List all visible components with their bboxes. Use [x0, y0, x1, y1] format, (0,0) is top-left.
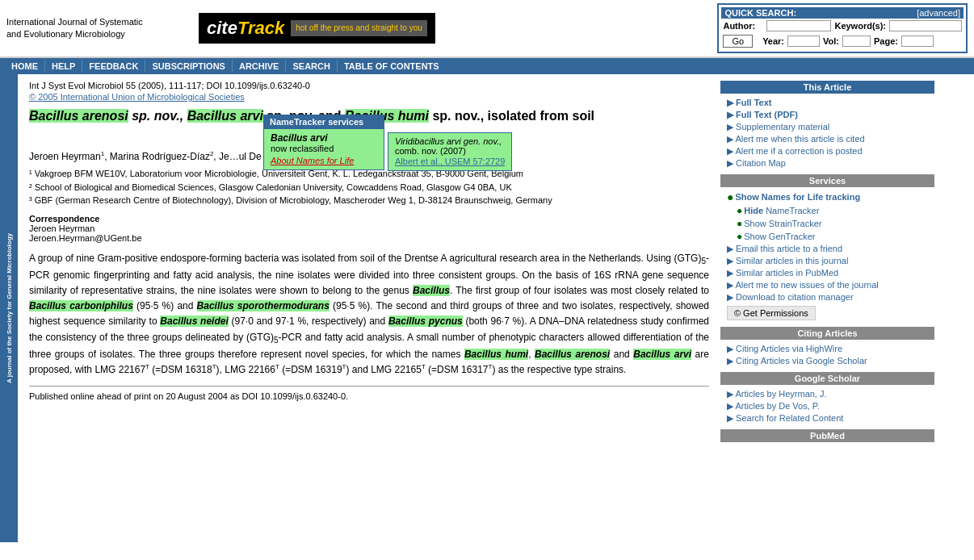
- quick-search-header: QUICK SEARCH: [advanced]: [721, 7, 964, 19]
- email-article-link[interactable]: ▶ Email this article to a friend: [724, 243, 931, 255]
- albert-ref-link[interactable]: Albert et al., USEM 57:2729: [395, 157, 505, 166]
- right-sidebar: This Article ▶ Full Text ▶ Full Text (PD…: [720, 74, 934, 542]
- full-text-pdf-link[interactable]: ▶ Full Text (PDF): [727, 109, 928, 121]
- services-header: Services: [720, 174, 934, 187]
- article-content: Int J Syst Evol Microbiol 55 (2005), 111…: [18, 74, 720, 542]
- similar-journal-link[interactable]: ▶ Similar articles in this journal: [724, 255, 931, 267]
- correspondence: Correspondence Jeroen Heyrman Jeroen.Hey…: [29, 214, 709, 243]
- journal-title: International Journal of Systematic and …: [6, 16, 192, 41]
- search-related-link[interactable]: ▶ Search for Related Content: [727, 412, 928, 424]
- published-note: Published online ahead of print on 20 Au…: [29, 386, 709, 401]
- hide-nametracker-item[interactable]: ● Hide NameTracker: [724, 204, 931, 217]
- google-scholar-header: Google Scholar: [720, 372, 934, 385]
- download-citation-link[interactable]: ▶ Download to citation manager: [724, 291, 931, 303]
- affiliations: ¹ Vakgroep BFM WE10V, Laboratorium voor …: [29, 167, 709, 207]
- citetrack-box: citeTrack hot off the press and straight…: [199, 13, 435, 44]
- citetrack-label: citeTrack: [207, 18, 284, 39]
- similar-pubmed-link[interactable]: ▶ Similar articles in PubMed: [724, 267, 931, 279]
- this-article-links: ▶ Full Text ▶ Full Text (PDF) ▶ Suppleme…: [720, 94, 934, 173]
- year-input[interactable]: [787, 36, 820, 47]
- nametracker-arrow-box: Viridibacillus arvi gen. nov., comb. nov…: [388, 132, 512, 171]
- title-h1: Bacillus arenosi: [29, 109, 128, 123]
- keywords-label: Keyword(s):: [834, 21, 886, 31]
- get-permissions-label: Get Permissions: [743, 308, 808, 318]
- about-names-link[interactable]: About Names for Life: [271, 156, 354, 165]
- quick-search-box: QUICK SEARCH: [advanced] Author: Keyword…: [717, 3, 968, 53]
- go-button[interactable]: Go: [723, 35, 753, 48]
- articles-devos-link[interactable]: ▶ Articles by De Vos, P.: [727, 400, 928, 412]
- nametracker-header: NameTracker services: [263, 115, 384, 129]
- author-label: Author:: [723, 21, 763, 31]
- left-sidebar-text: A journal of the Society for General Mic…: [6, 230, 13, 387]
- pubmed-header: PubMed: [720, 429, 934, 442]
- bullet-green-gen: ●: [737, 231, 742, 242]
- nav-bar: HOME HELP FEEDBACK SUBSCRIPTIONS ARCHIVE…: [0, 58, 974, 74]
- keywords-input[interactable]: [889, 20, 962, 31]
- nav-toc[interactable]: TABLE OF CONTENTS: [338, 60, 446, 73]
- alert-correction-link[interactable]: ▶ Alert me if a correction is posted: [727, 145, 928, 157]
- left-sidebar: A journal of the Society for General Mic…: [0, 74, 18, 542]
- nametracker-reclassified: Bacillus arvi now reclassified About Nam…: [263, 129, 384, 170]
- year-label: Year:: [762, 36, 784, 46]
- article-meta: Int J Syst Evol Microbiol 55 (2005), 111…: [29, 81, 709, 90]
- copyright-icon: ©: [734, 308, 741, 318]
- show-gentracker-item[interactable]: ● Show GenTracker: [724, 230, 931, 243]
- nav-feedback[interactable]: FEEDBACK: [82, 60, 145, 73]
- alert-new-issues-link[interactable]: ▶ Alert me to new issues of the journal: [724, 279, 931, 291]
- article-meta-link[interactable]: © 2005 International Union of Microbiolo…: [29, 92, 709, 102]
- alert-cited-link[interactable]: ▶ Alert me when this article is cited: [727, 133, 928, 145]
- get-permissions-btn[interactable]: © Get Permissions: [727, 306, 816, 320]
- title-h2: Bacillus arvi: [187, 109, 263, 123]
- vol-label: Vol:: [823, 36, 839, 46]
- show-straintracker-item[interactable]: ● Show StrainTracker: [724, 217, 931, 230]
- citing-highwire-link[interactable]: ▶ Citing Articles via HighWire: [727, 343, 928, 355]
- hot-off-text: hot off the press and straight to you: [291, 20, 427, 36]
- page-label: Page:: [874, 36, 898, 46]
- vol-input[interactable]: [842, 36, 871, 47]
- abstract-text: A group of nine Gram-positive endospore-…: [29, 251, 709, 378]
- author-input[interactable]: [766, 20, 831, 31]
- this-article-header: This Article: [720, 81, 934, 94]
- citing-articles-header: Citing Articles: [720, 327, 934, 340]
- nav-home[interactable]: HOME: [5, 60, 45, 73]
- supplementary-link[interactable]: ▶ Supplementary material: [727, 121, 928, 133]
- nav-help[interactable]: HELP: [45, 60, 82, 73]
- show-names-item[interactable]: ● Show Names for Life tracking: [724, 190, 931, 204]
- bullet-green-hide: ●: [737, 205, 742, 216]
- nav-subscriptions[interactable]: SUBSCRIPTIONS: [145, 60, 232, 73]
- nav-search[interactable]: SEARCH: [286, 60, 337, 73]
- nav-archive[interactable]: ARCHIVE: [233, 60, 287, 73]
- citation-map-link[interactable]: ▶ Citation Map: [727, 157, 928, 169]
- bullet-green-names: ●: [727, 190, 733, 203]
- citing-google-link[interactable]: ▶ Citing Articles via Google Scholar: [727, 355, 928, 367]
- bullet-green-strain: ●: [737, 218, 742, 229]
- full-text-link[interactable]: ▶ Full Text: [727, 97, 928, 109]
- page-input[interactable]: [901, 36, 934, 47]
- articles-heyrman-link[interactable]: ▶ Articles by Heyrman, J.: [727, 388, 928, 400]
- nametracker-popup: NameTracker services Bacillus arvi now r…: [263, 115, 512, 171]
